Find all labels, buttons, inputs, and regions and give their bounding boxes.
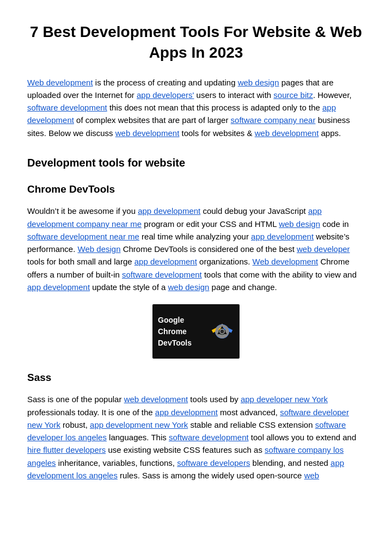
section1-heading: Development tools for website bbox=[27, 155, 365, 171]
sass-text2: tools used by bbox=[188, 395, 241, 404]
chrome-text12: update the style of a bbox=[90, 282, 168, 292]
link-software-dev-near-me[interactable]: software development near me bbox=[27, 232, 139, 241]
link-web-design-3[interactable]: web design bbox=[168, 282, 210, 292]
link-app-dev-3[interactable]: app development bbox=[134, 257, 197, 266]
chrome-heading: Chrome DevTools bbox=[27, 181, 365, 197]
intro-text8: tools for websites & bbox=[179, 128, 254, 138]
link-web-design-chrome[interactable]: web design bbox=[279, 219, 320, 229]
link-web-dev-chrome[interactable]: Web development bbox=[253, 257, 318, 266]
link-web-design[interactable]: web design bbox=[238, 78, 279, 87]
chrome-text5: real time while analyzing your bbox=[139, 232, 251, 241]
sass-text9: use existing website CSS features such a… bbox=[106, 445, 265, 454]
sass-text1: Sass is one of the popular bbox=[27, 395, 124, 404]
sass-text11: blending, and nested bbox=[250, 458, 330, 467]
sass-text7: languages. This bbox=[107, 433, 169, 442]
link-web-development[interactable]: Web development bbox=[27, 78, 93, 87]
link-web-development3[interactable]: web development bbox=[255, 128, 319, 138]
link-source-bitz[interactable]: source bitz bbox=[273, 90, 313, 100]
chrome-paragraph: Wouldn’t it be awesome if you app develo… bbox=[27, 205, 365, 293]
sass-heading: Sass bbox=[27, 370, 365, 385]
link-app-developers[interactable]: app developers' bbox=[137, 90, 194, 100]
link-app-dev-2[interactable]: app development bbox=[251, 232, 314, 241]
chrome-image-text: GoogleChromeDevTools bbox=[158, 315, 192, 349]
sass-text12: rules. Sass is among the widely used ope… bbox=[118, 471, 304, 480]
link-hire-flutter[interactable]: hire flutter developers bbox=[27, 445, 106, 454]
chrome-text3: program or edit your CSS and HTML bbox=[142, 219, 279, 229]
intro-text4: . However, bbox=[313, 90, 352, 100]
intro-text3: users to interact with bbox=[194, 90, 273, 100]
link-software-developers[interactable]: software developers bbox=[177, 458, 250, 467]
link-app-dev-new-york[interactable]: app development new York bbox=[90, 420, 188, 429]
link-web-dev-sass[interactable]: web development bbox=[124, 395, 188, 404]
link-web-sass[interactable]: web bbox=[304, 471, 320, 480]
page-title: 7 Best Development Tools For Website & W… bbox=[27, 22, 365, 63]
link-software-company-near[interactable]: software company near bbox=[231, 115, 316, 125]
sass-text6: stable and reliable CSS extension bbox=[188, 420, 315, 429]
sass-text4: most advanced, bbox=[218, 408, 280, 417]
link-web-developer[interactable]: web developer bbox=[297, 244, 350, 254]
intro-text9: apps. bbox=[318, 128, 341, 138]
link-app-dev-sass[interactable]: app development bbox=[155, 408, 218, 417]
intro-paragraph: Web development is the process of creati… bbox=[27, 76, 365, 139]
sass-text5: robust, bbox=[60, 420, 90, 429]
intro-text5: this does not mean that this process is … bbox=[107, 103, 322, 112]
chrome-text4: code in bbox=[320, 219, 349, 229]
chrome-text7: Chrome DevTools is considered one of the… bbox=[121, 244, 297, 254]
link-web-development2[interactable]: web development bbox=[115, 128, 180, 138]
link-software-development[interactable]: software development bbox=[27, 103, 107, 112]
link-software-dev-chrome[interactable]: software development bbox=[122, 270, 202, 279]
chrome-text2: could debug your JavaScript bbox=[200, 206, 308, 216]
intro-text1: is the process of creating and updating bbox=[93, 78, 238, 87]
link-app-dev-1[interactable]: app development bbox=[138, 206, 200, 216]
link-app-dev-ny[interactable]: app developer new York bbox=[241, 395, 328, 404]
intro-text6: of complex websites that are part of lar… bbox=[74, 115, 231, 125]
chrome-devtools-image: GoogleChromeDevTools bbox=[152, 304, 240, 359]
chrome-text1: Wouldn’t it be awesome if you bbox=[27, 206, 138, 216]
sass-text10: inheritance, variables, functions, bbox=[56, 458, 177, 467]
link-software-dev-sass[interactable]: software development bbox=[169, 433, 249, 442]
chrome-text13: page and change. bbox=[209, 282, 277, 292]
chrome-text9: organizations. bbox=[197, 257, 253, 266]
link-web-design-2[interactable]: Web design bbox=[78, 244, 121, 254]
chrome-text11: tools that come with the ability to view… bbox=[202, 270, 357, 279]
chrome-text8: tools for both small and large bbox=[27, 257, 134, 266]
link-app-dev-4[interactable]: app development bbox=[27, 282, 90, 292]
svg-point-8 bbox=[220, 330, 224, 334]
sass-paragraph: Sass is one of the popular web developme… bbox=[27, 393, 365, 482]
chrome-logo-icon bbox=[210, 319, 234, 343]
sass-text8: tool allows you to extend and bbox=[249, 433, 357, 442]
sass-text3: professionals today. It is one of the bbox=[27, 408, 155, 417]
